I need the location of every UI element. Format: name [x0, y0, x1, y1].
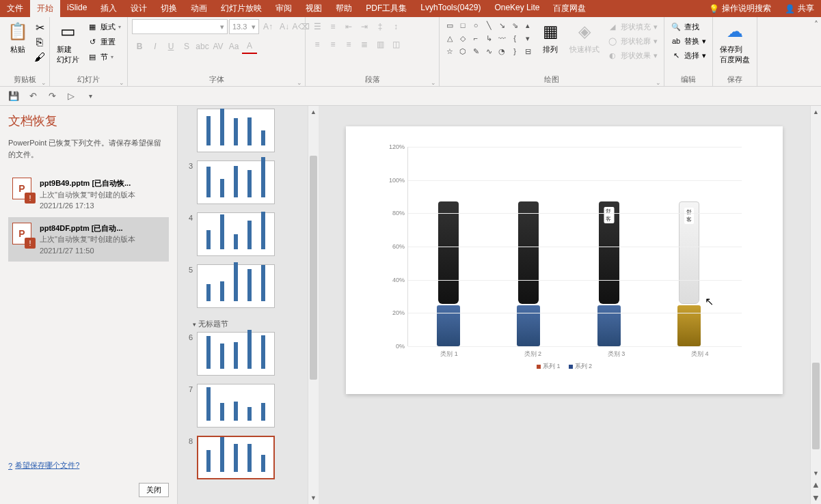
tab-file[interactable]: 文件 — [0, 0, 30, 17]
tab-lvyh[interactable]: LvyhTools(0429) — [414, 0, 487, 17]
tab-home[interactable]: 开始 — [30, 0, 60, 17]
italic-button[interactable]: I — [148, 39, 163, 54]
bold-button[interactable]: B — [132, 39, 147, 54]
scroll-down-button[interactable]: ▼ — [811, 467, 821, 479]
tab-onekey[interactable]: OneKey Lite — [487, 0, 546, 17]
section-button[interactable]: ▤节▾ — [85, 51, 123, 63]
arrange-button[interactable]: ▦ 排列 — [537, 19, 564, 56]
prev-slide-button[interactable]: ⯅ — [811, 479, 821, 492]
shape-fill-button[interactable]: ◢形状填充 ▾ — [605, 20, 660, 33]
shape-circle[interactable]: ○ — [470, 19, 482, 31]
font-name-combo[interactable]: ▾ — [132, 19, 228, 34]
recovery-file-item[interactable]: P! ppt84DF.pptm [已自动... 上次"自动恢复"时创建的版本 2… — [8, 217, 169, 262]
recovery-close-button[interactable]: 关闭 — [139, 483, 169, 497]
tab-insert[interactable]: 插入 — [94, 0, 124, 17]
indent-right-button[interactable]: ⇥ — [357, 19, 372, 34]
shape-scribble[interactable]: ∿ — [483, 45, 495, 57]
scroll-up-button[interactable]: ▲ — [811, 106, 821, 118]
scroll-down-button[interactable]: ▼ — [308, 492, 319, 504]
select-button[interactable]: ↖选择 ▾ — [669, 49, 708, 61]
tab-review[interactable]: 审阅 — [269, 0, 299, 17]
shadow-button[interactable]: abc — [195, 39, 210, 54]
scroll-thumb[interactable] — [812, 363, 820, 450]
increase-font-button[interactable]: A↑ — [260, 19, 275, 34]
shape-brace[interactable]: { — [509, 32, 521, 44]
cut-button[interactable]: ✂ — [34, 22, 45, 33]
next-slide-button[interactable]: ⯆ — [811, 492, 821, 504]
format-painter-button[interactable]: 🖌 — [34, 52, 45, 63]
underline-button[interactable]: U — [163, 39, 178, 54]
case-button[interactable]: Aa — [226, 39, 241, 54]
tab-pdf[interactable]: PDF工具集 — [359, 0, 414, 17]
tab-help[interactable]: 帮助 — [329, 0, 359, 17]
shape-line[interactable]: ╲ — [483, 19, 495, 31]
thumbnail-preview[interactable] — [197, 436, 275, 479]
scroll-thumb[interactable] — [310, 156, 317, 380]
shape-triangle[interactable]: △ — [444, 32, 456, 44]
font-color-button[interactable]: A — [242, 39, 257, 54]
spacing-button[interactable]: AV — [211, 39, 226, 54]
share-button[interactable]: 👤共享 — [778, 0, 821, 17]
align-right-button[interactable]: ≡ — [341, 37, 356, 52]
tab-slideshow[interactable]: 幻灯片放映 — [214, 0, 269, 17]
columns-button[interactable]: ▥ — [373, 37, 388, 52]
slide-thumbnail[interactable]: 6 — [182, 332, 304, 376]
indent-left-button[interactable]: ⇤ — [341, 19, 356, 34]
copy-button[interactable]: ⎘ — [34, 37, 45, 48]
shape-hex[interactable]: ⬡ — [457, 45, 469, 57]
paste-button[interactable]: 📋 粘贴 — [4, 19, 31, 56]
smartart-button[interactable]: ◫ — [388, 37, 403, 52]
slide-thumbnail[interactable]: 4 — [182, 212, 304, 256]
redo-button[interactable]: ↷ — [44, 88, 60, 104]
scroll-up-button[interactable]: ▲ — [308, 106, 319, 118]
thumbnail-preview[interactable] — [197, 109, 275, 152]
thumbnail-preview[interactable] — [197, 160, 275, 204]
find-button[interactable]: 🔍查找 — [669, 20, 708, 33]
slide-thumbnail[interactable]: 5 — [182, 264, 304, 308]
justify-button[interactable]: ≣ — [357, 37, 372, 52]
decrease-font-button[interactable]: A↓ — [277, 19, 292, 34]
align-left-button[interactable]: ≡ — [310, 37, 325, 52]
bullets-button[interactable]: ☰ — [310, 19, 325, 34]
shape-diamond[interactable]: ◇ — [457, 32, 469, 44]
slide-edit-area[interactable]: 0%20%40%60%80%100%120% 舒客 — [319, 106, 810, 504]
shape-gallery[interactable]: ▭ □ ○ ╲ ↘ ⇘ ▴ △ ◇ ⌐ ↳ 〰 { ▾ ☆ ⬡ ✎ ∿ ◔ } — [444, 19, 534, 57]
font-size-combo[interactable]: 13.3▾ — [229, 19, 259, 34]
tab-baidu[interactable]: 百度网盘 — [546, 0, 593, 17]
shape-more-up[interactable]: ▴ — [522, 19, 534, 31]
tab-animations[interactable]: 动画 — [184, 0, 214, 17]
layout-button[interactable]: ▦版式▾ — [85, 20, 123, 33]
numbering-button[interactable]: ≡ — [325, 19, 340, 34]
shape-brace2[interactable]: } — [509, 45, 521, 57]
shape-curve[interactable]: 〰 — [496, 32, 508, 44]
tab-design[interactable]: 设计 — [124, 0, 154, 17]
collapse-ribbon-button[interactable]: ˄ — [814, 20, 818, 29]
align-center-button[interactable]: ≡ — [325, 37, 340, 52]
shape-elbow[interactable]: ↳ — [483, 32, 495, 44]
shape-callout[interactable]: ◔ — [496, 45, 508, 57]
slide-thumbnail[interactable]: 3 — [182, 160, 304, 204]
quick-styles-button[interactable]: ◈ 快速样式 — [567, 19, 602, 56]
shape-star[interactable]: ☆ — [444, 45, 456, 57]
replace-button[interactable]: ab替换 ▾ — [669, 35, 708, 47]
tell-me-search[interactable]: 💡操作说明搜索 — [702, 0, 778, 17]
shape-gallery-expand[interactable]: ⊟ — [522, 45, 534, 57]
shape-freeform[interactable]: ✎ — [470, 45, 482, 57]
recovery-help-link[interactable]: ? 希望保存哪个文件? — [8, 460, 169, 471]
section-header[interactable]: 无标题节 — [182, 316, 304, 332]
undo-button[interactable]: ↶ — [25, 88, 41, 104]
slide-thumbnail[interactable] — [182, 109, 304, 152]
slide-thumbnail[interactable]: 7 — [182, 384, 304, 428]
slide-thumbnail[interactable]: 8 — [182, 436, 304, 479]
reset-button[interactable]: ↺重置 — [85, 36, 123, 48]
new-slide-button[interactable]: ▭ 新建 幻灯片 — [54, 19, 82, 66]
thumbnail-preview[interactable] — [197, 264, 275, 308]
strike-button[interactable]: S — [179, 39, 194, 54]
tab-islide[interactable]: iSlide — [60, 0, 94, 17]
shape-more-down[interactable]: ▾ — [522, 32, 534, 44]
qat-customize-button[interactable]: ▾ — [82, 88, 98, 104]
start-from-beginning-button[interactable]: ▷ — [63, 88, 79, 104]
shape-effects-button[interactable]: ◐形状效果 ▾ — [605, 49, 660, 61]
save-baidu-button[interactable]: ☁ 保存到 百度网盘 — [717, 19, 753, 66]
shape-outline-button[interactable]: ◯形状轮廓 ▾ — [605, 35, 660, 47]
